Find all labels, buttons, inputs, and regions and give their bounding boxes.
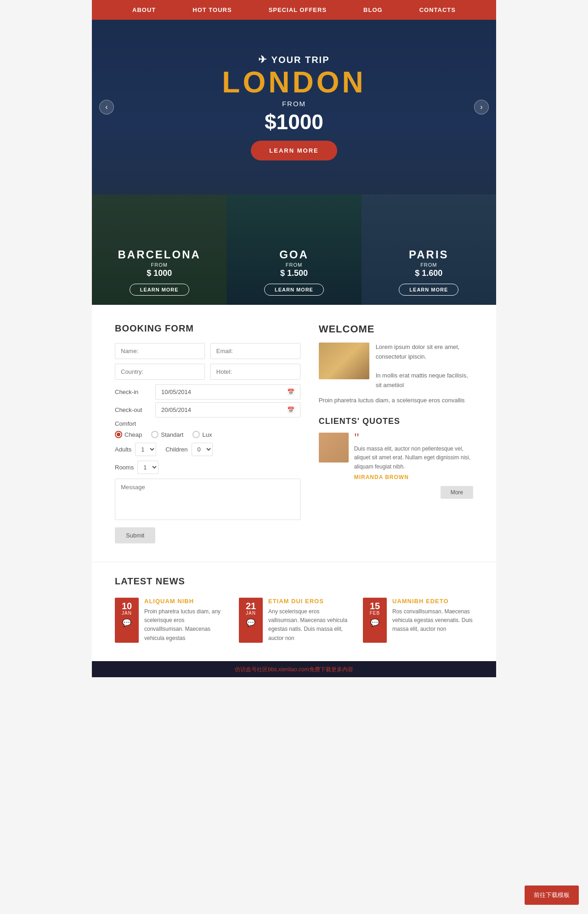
dest-card-paris: PARIS FROM $ 1.600 LEARN MORE [362,194,496,305]
checkin-value: 10/05/2014 [161,388,191,395]
dest-info-barcelona: BARCELONA FROM $ 1000 LEARN MORE [118,248,201,296]
booking-form-section: BOOKING FORM Check-in 10/05/2014 📅 Check… [115,323,300,543]
news-icon-1: 💬 [246,618,255,627]
dest-price-barcelona: $ 1000 [118,268,201,278]
rooms-select[interactable]: 123 [137,461,158,474]
country-input[interactable] [115,364,205,380]
news-item-1: 21 JAN 💬 ETIAM DUI EROS Any scelerisque … [239,598,349,643]
dest-from-goa: FROM [264,262,324,268]
welcome-text2: In mollis erat mattis neque facilisis, s… [376,371,473,390]
radio-standart-circle [151,431,158,438]
news-grid: 10 JAN 💬 ALIQUAM NIBH Proin pharetra luc… [115,598,473,643]
children-label: Children [165,446,187,453]
dest-btn-barcelona[interactable]: LEARN MORE [130,284,189,296]
news-date-0: 10 JAN 💬 [115,598,139,643]
news-headline-1: ETIAM DUI EROS [268,598,349,605]
news-body-2: Ros convalllsumsan. Maecenas vehicula eg… [392,607,473,634]
comfort-label: Comfort [115,420,300,427]
dest-city-barcelona: BARCELONA [118,248,201,261]
hero-learn-more-button[interactable]: LEARN MORE [251,141,337,160]
name-input[interactable] [115,343,205,359]
news-date-2: 15 FEB 💬 [363,598,387,643]
dest-city-goa: GOA [264,248,324,261]
hotel-input[interactable] [210,364,300,380]
radio-standart[interactable]: Standart [151,431,183,438]
radio-standart-label: Standart [161,431,183,438]
quote-block: " Duis massa elit, auctor non pellentesq… [319,433,473,480]
welcome-text1: Lorem ipsum dolor sit ere amet, consecte… [376,343,473,362]
rooms-row: Rooms 123 [115,461,300,474]
email-input[interactable] [210,343,300,359]
news-month-2: FEB [370,611,380,616]
hero-section: ‹ ✈ YOUR TRIP LONDON FROM $1000 LEARN MO… [92,20,496,194]
children-select[interactable]: 0123 [192,443,213,456]
dest-card-barcelona: BARCELONA FROM $ 1000 LEARN MORE [92,194,226,305]
adults-children-row: Adults 1234 Children 0123 [115,443,300,456]
adults-group: Adults 1234 [115,443,156,456]
welcome-image [319,343,369,379]
checkin-field[interactable]: 10/05/2014 📅 [155,384,300,400]
rooms-label: Rooms [115,464,134,471]
news-body-1: Any scelerisque eros vallisumsan. Maecen… [268,607,349,643]
checkout-field[interactable]: 20/05/2014 📅 [155,402,300,417]
hero-price: $1000 [222,109,366,134]
radio-cheap-label: Cheap [124,431,142,438]
footer-text: 仿访血号社区bbs.xienliao.com免费下载更多内容 [235,666,353,673]
quote-avatar [319,433,349,463]
radio-cheap[interactable]: Cheap [115,431,142,438]
hero-next-arrow[interactable]: › [474,100,489,114]
nav-about[interactable]: ABOUT [114,0,174,20]
news-icon-0: 💬 [122,618,131,627]
rooms-group: Rooms 123 [115,461,158,474]
news-month-1: JAN [246,611,256,616]
news-body-0: Proin pharetra luctus diam, any sceleris… [144,607,225,643]
welcome-text-block: Lorem ipsum dolor sit ere amet, consecte… [376,343,473,390]
news-content-1: ETIAM DUI EROS Any scelerisque eros vall… [268,598,349,643]
dest-btn-paris[interactable]: LEARN MORE [399,284,458,296]
radio-lux-circle [192,431,200,438]
comfort-radio-group: Cheap Standart Lux [115,431,300,438]
message-textarea[interactable] [115,479,300,520]
news-date-1: 21 JAN 💬 [239,598,263,643]
main-nav: ABOUT HOT TOURS SPECIAL OFFERS BLOG CONT… [92,0,496,20]
hero-prev-arrow[interactable]: ‹ [99,100,114,114]
dest-btn-goa[interactable]: LEARN MORE [264,284,324,296]
dest-from-paris: FROM [399,262,458,268]
news-day-2: 15 [370,601,380,611]
calendar-icon-checkin: 📅 [287,388,294,395]
nav-blog[interactable]: BLOG [345,0,401,20]
adults-select[interactable]: 1234 [135,443,156,456]
quote-content: " Duis massa elit, auctor non pellentesq… [354,433,473,480]
booking-title: BOOKING FORM [115,323,300,334]
clients-title: CLIENTS' QUOTES [319,417,473,426]
more-button[interactable]: More [441,486,473,499]
calendar-icon-checkout: 📅 [287,406,294,413]
quote-text: Duis massa elit, auctor non pellentesque… [354,445,473,471]
nav-special-offers[interactable]: SPECIAL OFFERS [250,0,345,20]
dest-info-paris: PARIS FROM $ 1.600 LEARN MORE [399,248,458,296]
news-section: LATEST NEWS 10 JAN 💬 ALIQUAM NIBH Proin … [92,562,496,661]
destinations-row: BARCELONA FROM $ 1000 LEARN MORE GOA FRO… [92,194,496,305]
adults-label: Adults [115,446,131,453]
news-item-2: 15 FEB 💬 UAMNIBH EDETO Ros convalllsumsa… [363,598,473,643]
footer: 仿访血号社区bbs.xienliao.com免费下载更多内容 [92,661,496,677]
form-row-country-hotel [115,364,300,380]
hero-city: LONDON [222,68,366,97]
main-section: BOOKING FORM Check-in 10/05/2014 📅 Check… [92,305,496,562]
children-group: Children 0123 [165,443,212,456]
form-row-name-email [115,343,300,359]
welcome-extra-text: Proin pharetra luctus diam, a scelerisqu… [319,396,473,406]
checkin-row: Check-in 10/05/2014 📅 [115,384,300,400]
radio-lux-label: Lux [202,431,212,438]
news-day-0: 10 [122,601,132,611]
radio-lux[interactable]: Lux [192,431,212,438]
submit-button[interactable]: Submit [115,527,155,543]
nav-contacts[interactable]: CONTACTS [401,0,474,20]
checkin-label: Check-in [115,388,152,395]
dest-price-goa: $ 1.500 [264,268,324,278]
nav-hot-tours[interactable]: HOT TOURS [174,0,250,20]
checkout-label: Check-out [115,406,152,413]
quote-mark: " [354,433,473,443]
news-day-1: 21 [246,601,256,611]
checkout-row: Check-out 20/05/2014 📅 [115,402,300,417]
